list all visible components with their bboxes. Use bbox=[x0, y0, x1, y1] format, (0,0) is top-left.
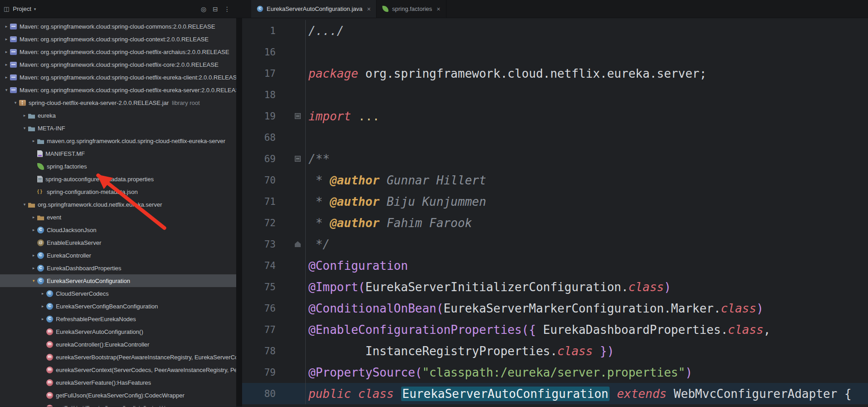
tree-row-maven[interactable]: ▸Maven: org.springframework.cloud:spring… bbox=[0, 33, 236, 45]
chevron-expanded-icon[interactable]: ▾ bbox=[21, 126, 28, 130]
chevron-expanded-icon[interactable]: ▾ bbox=[30, 278, 37, 283]
tree-item-label: EurekaServerConfigBeanConfiguration bbox=[56, 303, 158, 310]
line-number: 17 bbox=[242, 68, 276, 79]
tree-row-spring-cloud-netflix-eureka-server-2.0.0[interactable]: ▾spring-cloud-netflix-eureka-server-2.0.… bbox=[0, 96, 236, 109]
tree-row-getfullxml[interactable]: getFullXml(EurekaServerConfig):CodecWrap… bbox=[0, 402, 236, 407]
tree-row-eurekacontroller[interactable]: ▸EurekaController bbox=[0, 249, 236, 262]
tree-row-meta-inf[interactable]: ▾META-INF bbox=[0, 122, 236, 134]
tree-item-label: Maven: org.springframework.cloud:spring-… bbox=[20, 74, 236, 81]
line-number: 74 bbox=[242, 260, 276, 271]
chevron-collapsed-icon[interactable]: ▸ bbox=[39, 317, 46, 321]
chevron-down-icon[interactable]: ▾ bbox=[34, 7, 36, 11]
chevron-collapsed-icon[interactable]: ▸ bbox=[3, 62, 10, 67]
tree-row-manifest.mf[interactable]: MANIFEST.MF bbox=[0, 147, 236, 160]
code-text[interactable]: @Import(EurekaServerInitializerConfigura… bbox=[306, 280, 671, 294]
code-segment-kw: public bbox=[308, 387, 351, 401]
tree-row-refreshablepeereurekanodes[interactable]: ▸RefreshablePeerEurekaNodes bbox=[0, 313, 236, 325]
folder-icon bbox=[37, 139, 44, 144]
chevron-collapsed-icon[interactable]: ▸ bbox=[30, 139, 37, 143]
code-text[interactable]: public class EurekaServerAutoConfigurati… bbox=[306, 387, 852, 401]
project-view-selector[interactable]: Project bbox=[13, 5, 31, 12]
collapse-all-icon[interactable]: ⊟ bbox=[211, 5, 219, 13]
tree-row-maven.org.springframework.cloud.spring-c[interactable]: ▸maven.org.springframework.cloud.spring-… bbox=[0, 134, 236, 147]
editor-line-16: 16 bbox=[242, 41, 868, 63]
close-icon[interactable]: × bbox=[367, 5, 371, 13]
code-text[interactable]: /.../ bbox=[306, 24, 344, 38]
code-text[interactable]: @Configuration bbox=[306, 259, 408, 273]
tree-row-eurekaserverfeature[interactable]: eurekaServerFeature():HasFeatures bbox=[0, 376, 236, 389]
gutter: 18 bbox=[242, 84, 306, 105]
tree-row-maven[interactable]: ▸Maven: org.springframework.cloud:spring… bbox=[0, 20, 236, 33]
panel-splitter[interactable] bbox=[236, 18, 242, 407]
chevron-collapsed-icon[interactable]: ▸ bbox=[21, 113, 28, 118]
code-text[interactable]: /** bbox=[306, 152, 330, 166]
tree-row-spring-configuration-metadata.json[interactable]: spring-configuration-metadata.json bbox=[0, 185, 236, 198]
tree-row-eurekaserverbootstrap[interactable]: eurekaServerBootstrap(PeerAwareInstanceR… bbox=[0, 351, 236, 363]
lib-icon bbox=[10, 24, 17, 30]
tree-row-eurekaservercontext[interactable]: eurekaServerContext(ServerCodecs, PeerAw… bbox=[0, 363, 236, 376]
editor-line-69: 69/** bbox=[242, 148, 868, 169]
code-text[interactable]: @ConditionalOnBean(EurekaServerMarkerCon… bbox=[306, 302, 764, 315]
tree-row-eurekaserverconfigbeanconfiguration[interactable]: ▸EurekaServerConfigBeanConfiguration bbox=[0, 300, 236, 313]
fold-gutter bbox=[276, 241, 305, 247]
tree-row-maven[interactable]: ▾Maven: org.springframework.cloud:spring… bbox=[0, 84, 236, 96]
chevron-collapsed-icon[interactable]: ▸ bbox=[39, 291, 46, 296]
close-icon[interactable]: × bbox=[436, 5, 440, 13]
tree-row-cloudservercodecs[interactable]: ▸CloudServerCodecs bbox=[0, 287, 236, 300]
code-text[interactable]: */ bbox=[306, 238, 330, 251]
tree-row-maven[interactable]: ▸Maven: org.springframework.cloud:spring… bbox=[0, 58, 236, 71]
fold-marker-icon[interactable] bbox=[295, 113, 301, 119]
tree-row-eurekadashboardproperties[interactable]: ▸EurekaDashboardProperties bbox=[0, 262, 236, 274]
chevron-collapsed-icon[interactable]: ▸ bbox=[30, 228, 37, 232]
code-segment-id: EurekaServerInitializerConfiguration. bbox=[365, 280, 628, 294]
code-segment-cmt: * bbox=[308, 216, 330, 230]
chevron-expanded-icon[interactable]: ▾ bbox=[12, 100, 19, 105]
chevron-collapsed-icon[interactable]: ▸ bbox=[30, 266, 37, 270]
tree-row-getfulljson[interactable]: getFullJson(EurekaServerConfig):CodecWra… bbox=[0, 389, 236, 402]
code-text[interactable]: InstanceRegistryProperties.class }) bbox=[306, 344, 614, 358]
code-segment-plain bbox=[351, 387, 358, 401]
tree-item-label: eurekaServerContext(ServerCodecs, PeerAw… bbox=[56, 367, 236, 373]
code-text[interactable]: * @author Gunnar Hillert bbox=[306, 174, 486, 187]
editor-line-17: 17package org.springframework.cloud.netf… bbox=[242, 63, 868, 84]
lib-icon bbox=[10, 87, 17, 93]
tree-row-enableeurekaserver[interactable]: EnableEurekaServer bbox=[0, 236, 236, 249]
chevron-collapsed-icon[interactable]: ▸ bbox=[3, 50, 10, 54]
chevron-collapsed-icon[interactable]: ▸ bbox=[3, 75, 10, 79]
code-text[interactable]: package org.springframework.cloud.netfli… bbox=[306, 67, 707, 80]
fold-end-icon[interactable] bbox=[295, 241, 301, 247]
tree-row-event[interactable]: ▸event bbox=[0, 211, 236, 223]
tree-row-spring-autoconfigure-metadata.properties[interactable]: spring-autoconfigure-metadata.properties bbox=[0, 173, 236, 185]
code-text[interactable]: * @author Fahim Farook bbox=[306, 216, 472, 230]
editor-tab[interactable]: spring.factories× bbox=[377, 0, 446, 18]
chevron-collapsed-icon[interactable]: ▸ bbox=[30, 215, 37, 219]
tree-row-maven[interactable]: ▸Maven: org.springframework.cloud:spring… bbox=[0, 45, 236, 58]
more-options-icon[interactable]: ⋮ bbox=[223, 5, 231, 13]
tree-row-eureka[interactable]: ▸eureka bbox=[0, 109, 236, 122]
tree-row-eurekaserverautoconfiguration[interactable]: EurekaServerAutoConfiguration() bbox=[0, 325, 236, 338]
locate-file-icon[interactable]: ◎ bbox=[199, 5, 208, 13]
chevron-expanded-icon[interactable]: ▾ bbox=[21, 202, 28, 207]
chevron-collapsed-icon[interactable]: ▸ bbox=[3, 24, 10, 29]
tree-row-org.springframework.cloud.netflix.eureka[interactable]: ▾org.springframework.cloud.netflix.eurek… bbox=[0, 198, 236, 211]
code-text[interactable]: @PropertySource("classpath:/eureka/serve… bbox=[306, 366, 692, 379]
chevron-expanded-icon[interactable]: ▾ bbox=[3, 88, 10, 92]
tree-item-label: spring-configuration-metadata.json bbox=[47, 189, 138, 195]
chevron-collapsed-icon[interactable]: ▸ bbox=[3, 37, 10, 41]
code-text[interactable]: @EnableConfigurationProperties({ EurekaD… bbox=[306, 323, 770, 337]
class-icon bbox=[37, 278, 44, 284]
chevron-collapsed-icon[interactable]: ▸ bbox=[30, 253, 37, 258]
code-text[interactable]: import ... bbox=[306, 109, 380, 123]
tree-row-cloudjacksonjson[interactable]: ▸CloudJacksonJson bbox=[0, 223, 236, 236]
tree-row-spring.factories[interactable]: spring.factories bbox=[0, 160, 236, 173]
tree-row-eurekacontroller[interactable]: eurekaController():EurekaController bbox=[0, 338, 236, 351]
code-segment-cmt: */ bbox=[308, 238, 330, 251]
jar-icon bbox=[19, 100, 26, 106]
editor-tab[interactable]: EurekaServerAutoConfiguration.java× bbox=[251, 0, 377, 18]
editor-line-75: 75@Import(EurekaServerInitializerConfigu… bbox=[242, 276, 868, 298]
code-text[interactable]: * @author Biju Kunjummen bbox=[306, 195, 486, 208]
chevron-collapsed-icon[interactable]: ▸ bbox=[39, 304, 46, 308]
fold-marker-icon[interactable] bbox=[295, 156, 301, 162]
tree-row-eurekaserverautoconfiguration[interactable]: ▾EurekaServerAutoConfiguration bbox=[0, 274, 236, 287]
tree-row-maven[interactable]: ▸Maven: org.springframework.cloud:spring… bbox=[0, 71, 236, 84]
